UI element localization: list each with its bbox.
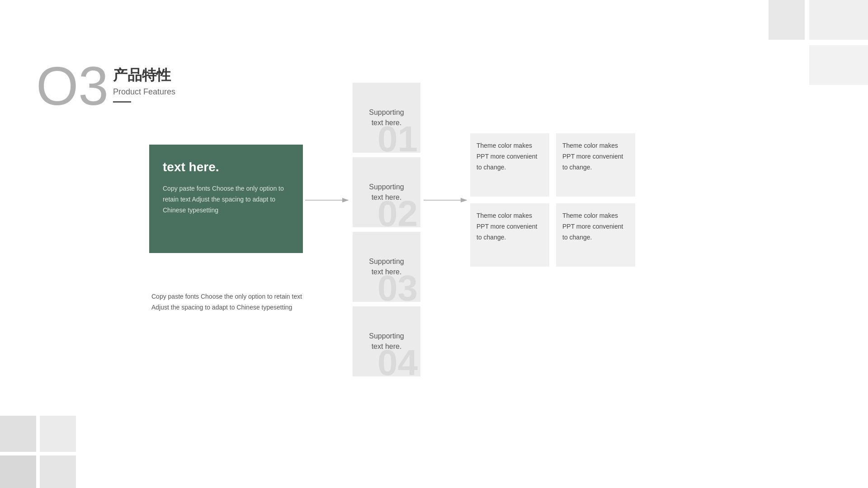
text-box-2-1: Theme color makes PPT more convenient to…	[556, 133, 635, 197]
cards-column: 01 Supportingtext here. 02 Supportingtex…	[353, 83, 420, 376]
text-col-2: Theme color makes PPT more convenient to…	[556, 133, 635, 273]
deco-rect-bl4	[40, 455, 76, 488]
main-card-title: text here.	[163, 159, 289, 175]
section-title-en: Product Features	[113, 87, 175, 97]
section-number: O3	[36, 59, 108, 113]
support-card-4: 04 Supportingtext here.	[353, 306, 420, 376]
support-card-1: 01 Supportingtext here.	[353, 83, 420, 153]
section-title-cn: 产品特性	[113, 66, 175, 85]
arrow-h-right	[424, 193, 473, 207]
card-text-3: Supportingtext here.	[369, 257, 404, 277]
card-text-4: Supportingtext here.	[369, 331, 404, 352]
section-title-line	[113, 101, 131, 103]
deco-rect-tr2	[809, 0, 868, 40]
arrow-h-left	[305, 193, 355, 207]
bottom-text-line2: Adjust the spacing to adapt to Chinese t…	[151, 304, 292, 311]
support-card-3: 03 Supportingtext here.	[353, 232, 420, 302]
text-box-1-2: Theme color makes PPT more convenient to…	[470, 203, 549, 267]
text-columns: Theme color makes PPT more convenient to…	[470, 133, 635, 273]
bottom-text: Copy paste fonts Choose the only option …	[151, 291, 314, 313]
card-text-2: Supportingtext here.	[369, 182, 404, 202]
bottom-text-line1: Copy paste fonts Choose the only option …	[151, 293, 302, 300]
main-card: text here. Copy paste fonts Choose the o…	[149, 145, 303, 253]
card-text-1: Supportingtext here.	[369, 108, 404, 128]
deco-rect-bl3	[0, 455, 36, 488]
text-col-1: Theme color makes PPT more convenient to…	[470, 133, 549, 273]
deco-rect-bl2	[40, 416, 76, 452]
deco-rect-bl1	[0, 416, 36, 452]
main-card-body: Copy paste fonts Choose the only option …	[163, 183, 289, 216]
deco-rect-tr1	[769, 0, 805, 40]
deco-rect-tr3	[809, 45, 868, 85]
section-title-block: 产品特性 Product Features	[113, 66, 175, 103]
text-box-2-2: Theme color makes PPT more convenient to…	[556, 203, 635, 267]
text-box-1-1: Theme color makes PPT more convenient to…	[470, 133, 549, 197]
support-card-2: 02 Supportingtext here.	[353, 157, 420, 227]
